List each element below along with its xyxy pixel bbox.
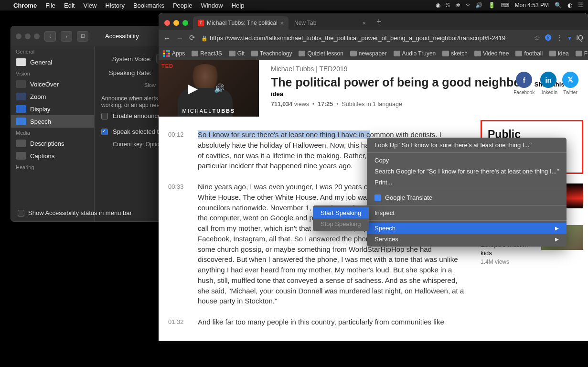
url-field[interactable]: 🔒https://www.ted.com/talks/michael_tubbs… (201, 34, 528, 42)
extension-icon[interactable]: ⋮ (556, 34, 563, 42)
bookmark-folder[interactable]: football (515, 50, 543, 57)
status-icon[interactable]: ✲ (456, 2, 460, 9)
menu-people[interactable]: People (173, 2, 192, 9)
grid-view-button[interactable]: ⊞ (77, 31, 88, 42)
enable-announcements-checkbox[interactable] (101, 113, 108, 119)
sidebar-item-captions[interactable]: Captions (11, 150, 94, 162)
tab-close-icon[interactable]: × (362, 20, 366, 27)
system-voice-label: System Voice: (101, 55, 151, 63)
window-zoom-button[interactable] (34, 33, 40, 39)
timestamp[interactable]: 00:12 (168, 130, 187, 171)
bookmark-folder[interactable]: idea (549, 50, 569, 57)
ted-logo: TED (161, 63, 173, 69)
star-bookmark-icon[interactable]: ☆ (534, 34, 540, 42)
menubar-clock[interactable]: Mon 4:53 PM (515, 2, 549, 9)
context-services[interactable]: Services▶ (367, 234, 567, 245)
context-search-google[interactable]: Search Google for "So I know for sure th… (367, 166, 567, 177)
battery-icon[interactable]: 🔋 (488, 2, 495, 9)
zoom-icon (16, 93, 26, 100)
back-icon[interactable]: ← (163, 34, 171, 42)
new-tab-button[interactable]: + (372, 17, 386, 30)
context-google-translate[interactable]: Google Translate (367, 192, 567, 203)
browser-tab-active[interactable]: T Michael Tubbs: The political p × (193, 16, 289, 30)
window-zoom-button[interactable] (182, 20, 188, 26)
window-close-button[interactable] (164, 20, 170, 26)
share-facebook[interactable]: fFacebook (513, 72, 535, 95)
siri-icon[interactable]: ◐ (567, 2, 572, 9)
menu-history[interactable]: History (105, 2, 124, 9)
menu-bookmarks[interactable]: Bookmarks (133, 2, 164, 9)
bookmark-folder[interactable]: Teachnology (251, 50, 292, 57)
share-linkedin[interactable]: inLinkedIn (539, 72, 557, 95)
bookmark-folder[interactable]: sketch (442, 50, 468, 57)
reload-icon[interactable]: ⟳ (189, 33, 195, 42)
sidebar-item-speech[interactable]: Speech (11, 115, 94, 128)
bookmark-folder[interactable]: Audio Truyen (394, 50, 436, 57)
transcript-block: 01:32 And like far too many people in th… (168, 317, 466, 327)
forward-icon[interactable]: → (176, 34, 183, 42)
section-header-vision: Vision (11, 68, 94, 78)
macos-menubar: Chrome File Edit View History Bookmarks … (0, 0, 588, 11)
show-status-label: Show Accessibility status in menu bar (28, 209, 132, 216)
skype-icon[interactable]: S (446, 2, 450, 9)
timestamp[interactable]: 01:32 (168, 317, 187, 327)
tab-title: New Tab (294, 20, 316, 26)
menu-help[interactable]: Help (232, 2, 245, 9)
tab-close-icon[interactable]: × (280, 20, 284, 27)
translate-extension-icon[interactable]: 🅖 (545, 34, 552, 42)
volume-icon[interactable]: 🔊 (475, 2, 482, 9)
bookmark-folder[interactable]: Video free (474, 50, 509, 57)
sidebar-item-zoom[interactable]: Zoom (11, 90, 94, 103)
timestamp[interactable]: 00:33 (168, 182, 187, 306)
window-close-button[interactable] (16, 33, 21, 39)
menu-file[interactable]: File (45, 2, 55, 9)
extension-icon[interactable]: ▾ (568, 34, 571, 42)
menu-edit[interactable]: Edit (64, 2, 75, 9)
folder-icon (515, 51, 522, 56)
volume-icon[interactable]: 🔊 (214, 83, 225, 94)
video-thumbnail[interactable]: TED ▶ 🔊 MICHAELTUBBS (159, 60, 259, 117)
sidebar-item-voiceover[interactable]: VoiceOver (11, 78, 94, 90)
menu-view[interactable]: View (83, 2, 96, 9)
window-minimize-button[interactable] (173, 20, 179, 26)
folder-icon (442, 51, 449, 56)
active-app-name[interactable]: Chrome (13, 2, 37, 9)
extension-icon[interactable]: IQ (576, 34, 583, 42)
sidebar-item-display[interactable]: Display (11, 103, 94, 115)
input-source-icon[interactable]: ⌨ (501, 2, 509, 9)
transcript-text[interactable]: And like far too many people in this cou… (198, 317, 466, 327)
spotlight-icon[interactable]: 🔍 (555, 2, 562, 9)
wifi-icon[interactable]: ⌔ (466, 2, 470, 9)
forward-button[interactable]: › (61, 31, 72, 42)
menu-window[interactable]: Window (201, 2, 223, 9)
section-header-hearing: Hearing (11, 162, 94, 172)
window-title: Accessibility (105, 32, 139, 40)
bookmark-folder[interactable]: ReactJS (192, 50, 222, 57)
status-icon[interactable]: ◉ (436, 2, 440, 9)
browser-tab[interactable]: New Tab × (289, 16, 371, 30)
notification-center-icon[interactable]: ☰ (578, 2, 583, 9)
sidebar-item-general[interactable]: General (11, 56, 94, 68)
context-speech[interactable]: Speech▶ (367, 223, 567, 234)
general-icon (16, 58, 26, 66)
window-minimize-button[interactable] (25, 33, 31, 39)
show-status-checkbox[interactable] (18, 210, 24, 216)
share-twitter[interactable]: 𝕏Twitter (562, 72, 578, 95)
start-speaking[interactable]: Start Speaking (313, 207, 369, 218)
section-header-general: General (11, 46, 94, 56)
apps-button[interactable]: Apps (163, 50, 185, 57)
sidebar-item-descriptions[interactable]: Descriptions (11, 137, 94, 150)
context-copy[interactable]: Copy (367, 155, 567, 166)
bookmark-folder[interactable]: newspaper (350, 50, 387, 57)
voiceover-icon (16, 80, 26, 88)
bookmark-folder[interactable]: FCS (576, 50, 588, 57)
speak-selected-checkbox[interactable] (101, 129, 108, 135)
play-icon[interactable]: ▶ (188, 81, 198, 96)
bookmark-folder[interactable]: Git (229, 50, 245, 57)
context-lookup[interactable]: Look Up "So I know for sure there's at l… (367, 140, 567, 151)
context-inspect[interactable]: Inspect (367, 207, 567, 218)
context-print[interactable]: Print... (367, 177, 567, 188)
bookmark-folder[interactable]: Quizlet lesson (299, 50, 343, 57)
folder-icon (474, 51, 481, 56)
back-button[interactable]: ‹ (44, 31, 56, 42)
